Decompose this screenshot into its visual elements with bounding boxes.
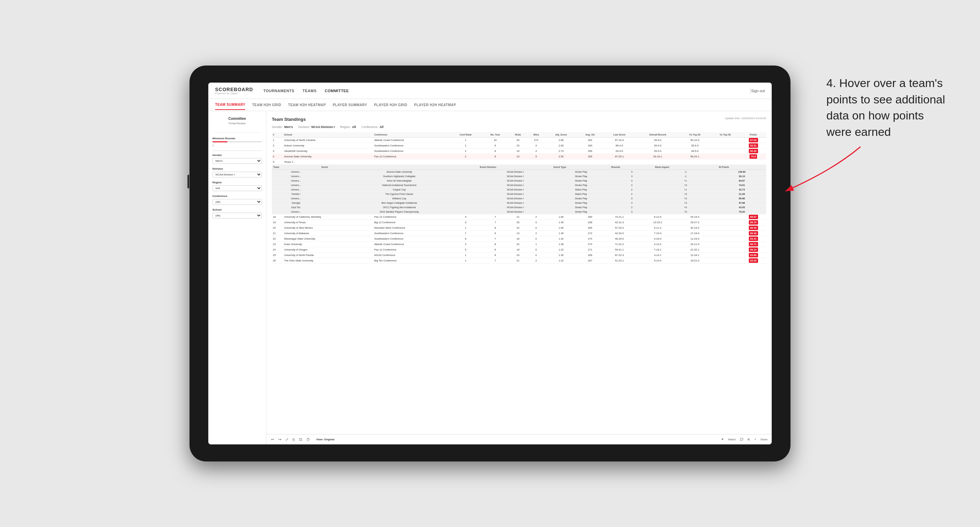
table-row[interactable]: 25 University of North Florida ASUN Conf… <box>272 252 766 258</box>
pts-3[interactable]: 90.30 <box>740 148 766 154</box>
report-toolbar: ↩ ↪ ⤢ ⎘ ⊡ ⏱ View: Original 👁 Watch 💬 ⊞ ↗ <box>266 434 772 444</box>
nav-committee[interactable]: COMMITTEE <box>325 87 349 94</box>
ev-team-8: Univers... <box>272 178 320 183</box>
conf-1: Atlantic Coast Conference <box>373 138 449 143</box>
nav-teams[interactable]: TEAMS <box>302 87 317 94</box>
conference-select[interactable]: (All) <box>212 199 262 205</box>
event-header-row: Team Event Event Division Event Type Rou… <box>272 165 766 214</box>
event-row[interactable]: Univers... Williams Cup NCAA Division I … <box>272 196 766 201</box>
report-title: Team Standings <box>272 117 305 122</box>
report-header: Team Standings Update time: 13/03/2024 1… <box>272 117 766 122</box>
pts-4[interactable]: 79.5 <box>740 154 766 159</box>
table-row[interactable]: 21 University of Alabama Southeastern Co… <box>272 231 766 236</box>
school-label: School <box>212 208 262 211</box>
event-row[interactable]: Georgia Ben Hogan Collegiate Invitationa… <box>272 201 766 205</box>
table-row[interactable]: 26 The Ohio State University Big Ten Con… <box>272 258 766 264</box>
share-label[interactable]: Share <box>760 438 768 441</box>
watch-label[interactable]: Watch <box>728 438 735 441</box>
pts-2[interactable]: 93.31 <box>740 143 766 148</box>
sub-nav-player-h2h-heatmap[interactable]: PLAYER H2H HEATMAP <box>414 100 456 110</box>
v50-3 <box>710 148 740 154</box>
sub-nav-team-summary[interactable]: TEAM SUMMARY <box>215 100 245 110</box>
as-2: 2.82 <box>545 143 577 148</box>
crop-button[interactable]: ⊡ <box>298 437 303 442</box>
ev-pts-13: 97.86 <box>718 201 766 205</box>
app-header: SCOREBOARD Powered by clippd TOURNAMENTS… <box>208 83 772 99</box>
gender-filter-value: Men's <box>285 125 293 129</box>
ev-team-12: Univers... <box>272 196 320 201</box>
report-update: Update time: 13/03/2024 10:03:42 <box>725 117 766 120</box>
conf-filter-value: All <box>379 125 383 129</box>
region-select[interactable]: N/A <box>212 185 262 191</box>
ev-type-10: Match Play <box>552 187 610 192</box>
ev-col-rank: Rank Impact <box>654 165 718 170</box>
undo-button[interactable]: ↩ <box>270 437 275 442</box>
ev-rounds-11: 2 <box>610 192 654 196</box>
table-row[interactable]: 2 Auburn University Southeastern Confere… <box>272 143 766 148</box>
min-rounds-label: Minimum Rounds <box>212 137 262 140</box>
sidebar-subtitle: Portal Review <box>212 122 262 125</box>
event-row[interactable]: East Tec OFCC Fighting Illini Invitation… <box>272 205 766 210</box>
school-select[interactable]: (All) <box>212 213 262 219</box>
table-row[interactable]: 1 University of North Carolina Atlantic … <box>272 138 766 143</box>
ev-event-9: National Invitational Tournament <box>320 183 478 187</box>
region-filter-label: Region: <box>340 125 351 129</box>
pts-1[interactable]: 97.02 <box>740 138 766 143</box>
table-row[interactable]: 19 University of Texas Big 12 Conference… <box>272 220 766 225</box>
time-button[interactable]: ⏱ <box>305 437 311 442</box>
school-5: Texas T... <box>283 159 373 165</box>
ls-1: 67-10-0 <box>603 138 636 143</box>
ev-rounds-7: 3 <box>610 174 654 178</box>
sub-nav: TEAM SUMMARY TEAM H2H GRID TEAM H2H HEAT… <box>208 99 772 111</box>
table-row[interactable]: 24 University of Oregon Pac-12 Conferenc… <box>272 247 766 252</box>
t-4: 8 <box>482 154 509 159</box>
gender-select[interactable]: Men's Women's <box>212 158 262 164</box>
sub-nav-player-summary[interactable]: PLAYER SUMMARY <box>332 100 367 110</box>
w-2: 4 <box>527 143 545 148</box>
t-1: 10 <box>482 138 509 143</box>
sidebar: Committee Portal Review Minimum Rounds 3… <box>208 111 266 444</box>
table-row[interactable]: 3 Vanderbilt University Southeastern Con… <box>272 148 766 154</box>
school-2: Auburn University <box>283 143 373 148</box>
sign-out[interactable]: Sign out <box>751 89 765 93</box>
ev-rounds-10: 2 <box>610 187 654 192</box>
event-row[interactable]: Florida I The Cypress Point Classic NCAA… <box>272 192 766 196</box>
range-value: 3 <box>212 144 214 147</box>
copy-button[interactable]: ⎘ <box>292 437 296 442</box>
nav-tournaments[interactable]: TOURNAMENTS <box>263 87 294 94</box>
ev-pts-10: 42.73 <box>718 187 766 192</box>
table-row-highlighted[interactable]: 4 Arizona State University Pac-12 Confer… <box>272 154 766 159</box>
division-select[interactable]: NCAA Division I <box>212 172 262 178</box>
table-row[interactable]: 22 Mississippi State University Southeas… <box>272 236 766 242</box>
ev-rank-6: -1 <box>654 170 718 174</box>
table-row[interactable]: 5 Texas T... <box>272 159 766 165</box>
table-row[interactable]: 20 University of New Mexico Mountain Wes… <box>272 225 766 231</box>
event-row[interactable]: Univers... Arizona State University NCAA… <box>272 170 766 174</box>
cr-2: 1 <box>449 143 482 148</box>
w-5 <box>527 159 545 165</box>
tablet-side-button <box>188 175 189 189</box>
sub-nav-player-h2h-grid[interactable]: PLAYER H2H GRID <box>374 100 407 110</box>
pts-5[interactable] <box>740 159 766 165</box>
conf-4: Pac-12 Conference <box>373 154 449 159</box>
v50-2 <box>710 143 740 148</box>
ev-col-rounds: Rounds <box>610 165 654 170</box>
conference-label: Conference <box>212 195 262 198</box>
fit-button[interactable]: ⤢ <box>285 437 289 442</box>
event-row[interactable]: Univers... Amer Ari Intercollegiate NCAA… <box>272 178 766 183</box>
event-row[interactable]: Univers... 2023 Sahalee Players Champion… <box>272 210 766 214</box>
ev-div-10: NCAA Division I <box>478 187 552 192</box>
event-row[interactable]: Univers... Copper Cup NCAA Division I Ma… <box>272 187 766 192</box>
ev-rank-10: +1 <box>654 187 718 192</box>
event-row[interactable]: Univers... National Invitational Tournam… <box>272 183 766 187</box>
table-row[interactable]: 23 Duke University Atlantic Coast Confer… <box>272 242 766 247</box>
rank-4: 4 <box>272 154 283 159</box>
sub-nav-team-h2h-grid[interactable]: TEAM H2H GRID <box>252 100 281 110</box>
redo-button[interactable]: ↪ <box>278 437 282 442</box>
ev-pts-9: 74.01 <box>718 183 766 187</box>
sub-nav-team-h2h-heatmap[interactable]: TEAM H2H HEATMAP <box>288 100 326 110</box>
table-row[interactable]: 18 University of California, Berkeley Pa… <box>272 214 766 220</box>
event-row[interactable]: Univers... Southern Highlands Collegiate… <box>272 174 766 178</box>
ev-rank-15: +0 <box>654 210 718 214</box>
division-label: Division <box>212 167 262 170</box>
